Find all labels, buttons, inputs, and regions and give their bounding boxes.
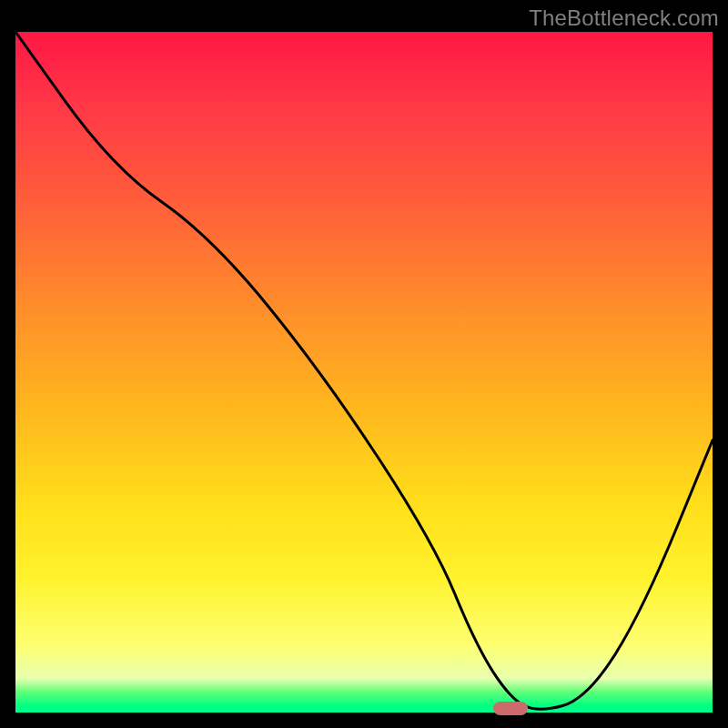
- optimal-point-marker: [493, 702, 528, 715]
- chart-container: TheBottleneck.com: [0, 0, 728, 728]
- plot-gradient-background: [15, 32, 713, 713]
- watermark-text: TheBottleneck.com: [529, 5, 719, 31]
